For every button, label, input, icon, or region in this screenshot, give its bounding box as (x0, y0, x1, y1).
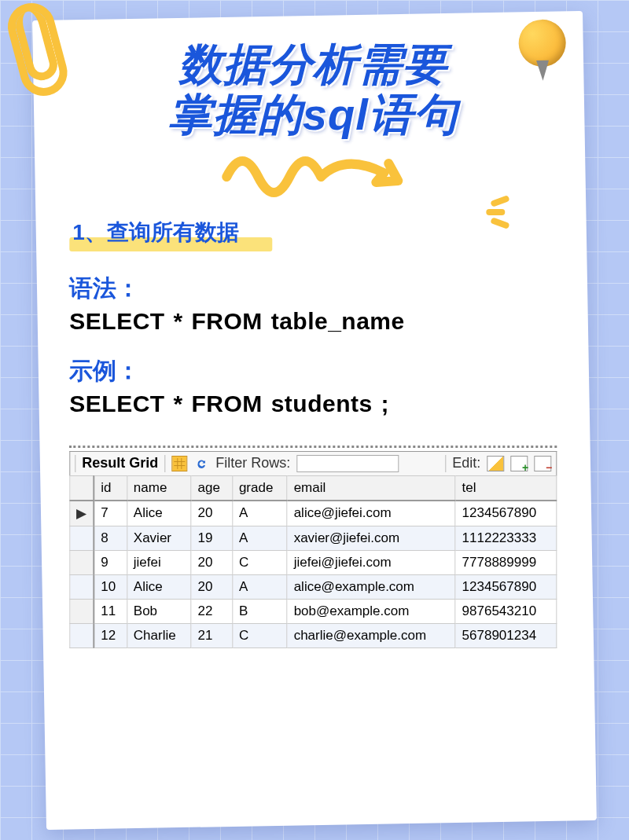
cell-id[interactable]: 9 (94, 550, 127, 574)
table-row[interactable]: 11Bob22Bbob@example.com9876543210 (70, 599, 557, 623)
cell-id[interactable]: 7 (94, 501, 127, 526)
row-pointer[interactable] (70, 574, 94, 599)
title-line-1: 数据分析需要 (178, 39, 447, 89)
cell-grade[interactable]: A (232, 574, 287, 599)
section-number: 1、 (72, 220, 107, 244)
table-row[interactable]: 8Xavier19Axavier@jiefei.com1112223333 (70, 526, 557, 550)
cell-id[interactable]: 8 (94, 526, 127, 550)
thumbtack-icon (512, 19, 576, 83)
swirl-icon (211, 145, 415, 200)
cell-age[interactable]: 22 (191, 599, 232, 623)
edit-row-icon[interactable] (487, 456, 504, 471)
table-row[interactable]: 9jiefei20Cjiefei@jiefei.com7778889999 (70, 550, 557, 574)
cell-name[interactable]: Charlie (127, 623, 191, 647)
filter-rows-input[interactable] (296, 455, 399, 472)
table-row[interactable]: ▶7Alice20Aalice@jiefei.com1234567890 (70, 501, 557, 526)
cell-name[interactable]: Alice (127, 574, 191, 599)
row-selector-header (70, 475, 94, 501)
note-card: 数据分析需要 掌握的sql语句 1、查询所有数据 语法： SELECT * FR… (32, 11, 597, 830)
col-name[interactable]: name (127, 475, 191, 500)
result-grid-label: Result Grid (82, 455, 158, 471)
table-row[interactable]: 10Alice20Aalice@example.com1234567890 (70, 574, 557, 599)
row-pointer[interactable] (70, 550, 94, 574)
cell-age[interactable]: 19 (191, 526, 232, 550)
example-code: SELECT * FROM students ; (69, 391, 557, 417)
table-row[interactable]: 12Charlie21Ccharlie@example.com567890123… (70, 623, 557, 647)
cell-id[interactable]: 10 (94, 574, 127, 599)
section-heading: 1、查询所有数据 (69, 216, 248, 249)
cell-name[interactable]: Xavier (127, 526, 191, 550)
add-row-icon[interactable] (510, 456, 528, 471)
section-title: 查询所有数据 (107, 220, 239, 244)
col-id[interactable]: id (94, 475, 127, 500)
col-age[interactable]: age (191, 475, 232, 500)
refresh-icon[interactable] (193, 456, 209, 471)
syntax-code: SELECT * FROM table_name (69, 308, 557, 335)
filter-rows-label: Filter Rows: (215, 455, 290, 471)
cell-tel[interactable]: 9876543210 (455, 599, 557, 623)
row-pointer[interactable] (70, 526, 94, 550)
cell-age[interactable]: 20 (191, 574, 232, 599)
result-toolbar: Result Grid Filter Rows: Edit: (69, 451, 557, 475)
cell-age[interactable]: 20 (191, 501, 232, 526)
cell-email[interactable]: alice@example.com (287, 574, 455, 599)
example-label: 示例： (69, 355, 557, 387)
cell-grade[interactable]: A (232, 501, 287, 526)
result-grid-panel: Result Grid Filter Rows: Edit: (69, 446, 557, 648)
edit-label: Edit: (452, 455, 480, 471)
col-tel[interactable]: tel (455, 475, 557, 501)
cell-email[interactable]: xavier@jiefei.com (287, 526, 455, 550)
cell-age[interactable]: 20 (191, 550, 232, 574)
syntax-label: 语法： (69, 273, 557, 305)
cell-name[interactable]: Bob (127, 599, 191, 623)
page-title: 数据分析需要 掌握的sql语句 (69, 39, 557, 141)
cell-name[interactable]: Alice (127, 501, 191, 526)
cell-email[interactable]: alice@jiefei.com (287, 501, 455, 526)
result-table: id name age grade email tel ▶7Alice20Aal… (69, 475, 557, 648)
cell-grade[interactable]: C (232, 623, 287, 647)
cell-name[interactable]: jiefei (127, 550, 191, 574)
cell-tel[interactable]: 1112223333 (455, 526, 557, 550)
row-pointer[interactable]: ▶ (70, 501, 94, 526)
cell-tel[interactable]: 5678901234 (455, 623, 557, 647)
spark-icon (486, 196, 517, 236)
cell-tel[interactable]: 1234567890 (455, 501, 557, 526)
grid-icon[interactable] (171, 456, 187, 471)
cell-tel[interactable]: 7778889999 (455, 550, 557, 574)
cell-email[interactable]: bob@example.com (287, 599, 455, 623)
title-line-2: 掌握的sql语句 (168, 90, 458, 139)
row-pointer[interactable] (70, 599, 94, 623)
delete-row-icon[interactable] (534, 456, 551, 471)
cell-email[interactable]: jiefei@jiefei.com (287, 550, 455, 574)
col-email[interactable]: email (287, 475, 455, 500)
cell-id[interactable]: 12 (94, 623, 127, 647)
cell-grade[interactable]: A (232, 526, 287, 550)
row-pointer[interactable] (70, 623, 94, 647)
cell-age[interactable]: 21 (191, 623, 232, 647)
col-grade[interactable]: grade (232, 475, 287, 500)
cell-grade[interactable]: C (232, 550, 287, 574)
cell-grade[interactable]: B (232, 599, 287, 623)
cell-email[interactable]: charlie@example.com (287, 623, 455, 647)
cell-tel[interactable]: 1234567890 (455, 574, 557, 599)
cell-id[interactable]: 11 (94, 599, 127, 623)
